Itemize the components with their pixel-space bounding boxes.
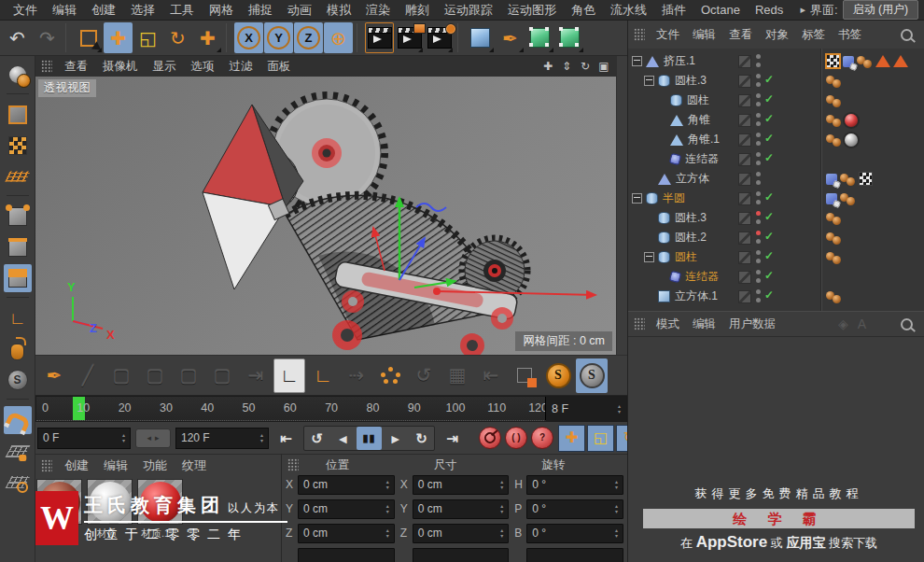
modeling-pen-button[interactable]: ✒ [38, 358, 70, 393]
add-primitive-button[interactable] [466, 22, 495, 53]
polygon-tool-2-button[interactable]: ▢ [139, 358, 171, 393]
add-generator-button[interactable] [525, 22, 554, 53]
coordinate-field[interactable]: 0 cm▴▾ [413, 524, 510, 543]
stepper-up-icon[interactable]: ▴ [615, 528, 618, 533]
enable-snap-button[interactable] [4, 406, 32, 434]
main-menu-item-3[interactable]: 选择 [123, 2, 162, 19]
visibility-dots-toggle[interactable] [756, 93, 762, 106]
goto-end-button[interactable]: ⇥ [440, 427, 465, 450]
previous-frame-button[interactable]: ◂ [330, 427, 356, 450]
axis-edit-button[interactable]: ∟ [273, 358, 305, 393]
stepper-down-icon[interactable]: ▾ [618, 410, 621, 414]
ghost-gizmo-icon[interactable]: ◈ [838, 316, 848, 331]
phong-tag-icon[interactable] [826, 133, 842, 147]
enabled-check-icon[interactable]: ✓ [764, 151, 774, 164]
frame-stepper-icon[interactable]: ▴▾ [618, 404, 621, 414]
coordinate-field[interactable]: 0 cm▴▾ [413, 475, 510, 495]
main-menu-item-1[interactable]: 编辑 [45, 2, 84, 19]
render-visibility-toggle[interactable] [738, 212, 751, 225]
gear-sector[interactable] [268, 195, 497, 340]
bars-tool-button[interactable]: ⇤ [475, 358, 507, 393]
stepper-down-icon[interactable]: ▾ [500, 510, 503, 514]
viewport-menu-item-3[interactable]: 选项 [184, 59, 222, 75]
phong-tag-icon[interactable] [826, 251, 842, 264]
render-visibility-toggle[interactable] [738, 271, 751, 284]
stepper-up-icon[interactable]: ▴ [615, 480, 618, 485]
model-mode-button[interactable] [4, 101, 32, 129]
main-menu-item-4[interactable]: 工具 [162, 2, 202, 19]
tree-row[interactable]: 挤压.1 [628, 51, 924, 71]
transfer-tool-button[interactable]: ⇢ [341, 358, 372, 393]
enabled-check-icon[interactable]: ✓ [764, 210, 774, 223]
texture-tag-icon[interactable] [859, 172, 873, 186]
object-manager-menu-item-2[interactable]: 查看 [722, 27, 759, 43]
main-menu-item-8[interactable]: 模拟 [319, 2, 358, 19]
main-menu-item-14[interactable]: 流水线 [603, 2, 654, 19]
object-manager-menu-item-0[interactable]: 文件 [650, 27, 686, 43]
render-visibility-toggle[interactable] [738, 114, 751, 127]
stepper-up-icon[interactable]: ▴ [500, 480, 503, 485]
axis-center-button[interactable]: ∟ [307, 358, 339, 393]
collapse-toggle-icon[interactable] [644, 252, 654, 262]
panel-grip-icon[interactable] [41, 60, 52, 73]
view-label[interactable]: 透视视图 [38, 79, 96, 97]
stepper-up-icon[interactable]: ▴ [386, 504, 389, 509]
material-manager-menu-item-0[interactable]: 创建 [57, 457, 96, 474]
collapse-toggle-icon[interactable] [644, 76, 654, 86]
render-visibility-toggle[interactable] [738, 192, 751, 205]
coordinate-field[interactable]: 0 °▴▾ [526, 524, 623, 543]
coordinate-field[interactable] [413, 548, 510, 562]
enable-axis-button[interactable]: ∟ [4, 304, 32, 332]
polygon-tool-1-button[interactable]: ▢ [105, 358, 137, 393]
attribute-manager-menu-item-0[interactable]: 模式 [650, 316, 686, 332]
stepper-up-icon[interactable]: ▴ [615, 504, 618, 509]
enabled-check-icon[interactable]: ✓ [764, 132, 774, 145]
scale-tool-button[interactable]: ◱ [133, 22, 162, 53]
viewport-menu-item-2[interactable]: 显示 [146, 59, 184, 75]
phong-tag-icon[interactable] [826, 232, 842, 245]
coordinate-field[interactable]: 0 cm▴▾ [298, 524, 395, 543]
field-stepper-icon[interactable]: ▴▾ [122, 433, 125, 443]
viewport-zoom-button[interactable]: ⇕ [558, 58, 575, 75]
field-stepper-icon[interactable]: ▴▾ [615, 480, 618, 490]
coordinate-field[interactable]: 0 cm▴▾ [298, 475, 395, 495]
stepper-up-icon[interactable]: ▴ [618, 404, 621, 409]
viewport-menu-item-0[interactable]: 查看 [57, 59, 95, 75]
render-visibility-toggle[interactable] [738, 290, 751, 303]
enabled-check-icon[interactable]: ✓ [764, 112, 774, 125]
render-view-button[interactable] [365, 22, 394, 53]
search-icon[interactable] [901, 318, 913, 330]
visibility-dots-toggle[interactable] [756, 113, 762, 126]
main-menu-item-7[interactable]: 动画 [280, 2, 319, 19]
render-visibility-toggle[interactable] [738, 94, 751, 107]
render-visibility-toggle[interactable] [738, 55, 751, 68]
polygon-tool-4-button[interactable]: ▢ [206, 358, 238, 393]
coordinate-field[interactable]: 0 °▴▾ [526, 499, 623, 519]
render-visibility-toggle[interactable] [738, 232, 751, 245]
main-menu-item-12[interactable]: 运动图形 [500, 2, 564, 19]
viewport-menu-item-4[interactable]: 过滤 [222, 59, 260, 75]
field-stepper-icon[interactable]: ▴▾ [500, 528, 503, 539]
attribute-manager-menu-item-1[interactable]: 编辑 [686, 316, 722, 332]
main-menu-item-11[interactable]: 运动跟踪 [437, 2, 500, 19]
render-visibility-toggle[interactable] [738, 75, 751, 88]
tree-row[interactable]: 圆柱.3✓ [628, 208, 924, 228]
enabled-check-icon[interactable]: ✓ [764, 73, 774, 86]
phong-tag-icon[interactable] [826, 290, 842, 303]
redo-button[interactable]: ↷ [33, 22, 62, 53]
menu-overflow-icon[interactable]: ▸ [801, 4, 806, 16]
stepper-down-icon[interactable]: ▾ [122, 439, 125, 443]
visibility-dots-toggle[interactable] [756, 211, 762, 224]
stepper-up-icon[interactable]: ▴ [386, 480, 389, 485]
material-manager-menu-item-1[interactable]: 编辑 [96, 457, 135, 474]
viewport-menu-item-5[interactable]: 面板 [260, 59, 299, 75]
autokey-button[interactable]: ( ) [505, 427, 527, 449]
stepper-down-icon[interactable]: ▾ [386, 485, 389, 490]
visibility-dots-toggle[interactable] [756, 270, 762, 283]
snap-inactive-button[interactable]: S [576, 358, 608, 393]
stepper-down-icon[interactable]: ▾ [386, 534, 389, 539]
edges-mode-button[interactable] [4, 233, 32, 261]
play-forwards-button[interactable]: ↻ [409, 427, 434, 450]
viewport-canvas[interactable]: Y Z X 透视视图 网格间距 : 0 cm [35, 77, 616, 355]
tree-row[interactable]: 圆柱✓ [628, 247, 924, 267]
